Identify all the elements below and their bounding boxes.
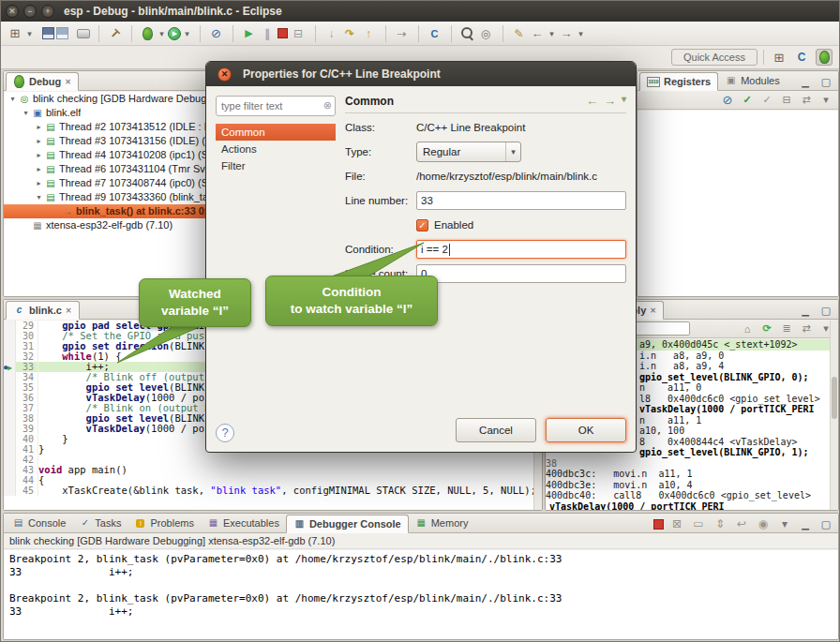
disassembly-row[interactable]: 400dbc3e: movi.n a10, 4 (546, 480, 838, 491)
cancel-button[interactable]: Cancel (456, 418, 536, 442)
disassembly-row[interactable]: 400dbc3c: movi.n a11, 1 (546, 469, 838, 480)
tree-expander-icon[interactable]: ▾ (34, 190, 44, 204)
resume-icon[interactable] (232, 25, 257, 42)
dialog-nav-item[interactable]: Actions (216, 141, 336, 157)
skip-all-breakpoints-icon[interactable] (200, 25, 224, 42)
breakpoint-marker-icon[interactable] (4, 331, 16, 341)
help-button[interactable]: ? (216, 424, 234, 442)
tab-blink-c[interactable]: blink.c (6, 301, 80, 320)
breakpoint-marker-icon[interactable] (4, 413, 16, 424)
back-icon[interactable]: ← (586, 94, 598, 108)
tab-debug[interactable]: Debug (6, 72, 79, 91)
disassembly-row[interactable]: 400dbc40: call8 0x400dc6c0 <gpio_set_lev… (546, 490, 838, 501)
minimize-view-icon[interactable] (797, 73, 814, 90)
goto-pc-icon[interactable] (740, 321, 755, 336)
run-icon[interactable] (168, 27, 181, 40)
build-all-icon[interactable] (98, 25, 123, 42)
maximize-view-icon[interactable] (818, 73, 834, 90)
dialog-nav-item[interactable]: Common (216, 124, 336, 141)
code-line[interactable]: 43 void app_main() (4, 465, 542, 475)
clear-filter-icon[interactable]: ⊗ (323, 99, 332, 112)
tab-console[interactable]: Console (6, 514, 72, 532)
run-menu-icon[interactable] (183, 25, 191, 42)
ignore-count-input[interactable] (416, 264, 626, 283)
window-maximize-button[interactable]: + (41, 5, 54, 18)
back-menu-icon[interactable] (548, 25, 556, 42)
tree-expander-icon[interactable]: ▸ (34, 176, 44, 190)
dialog-nav-item[interactable]: Filter (216, 157, 336, 174)
step-return-icon[interactable] (360, 25, 377, 42)
breakpoint-marker-icon[interactable] (4, 475, 16, 485)
new-wizard-menu-icon[interactable] (25, 25, 34, 42)
quick-access-button[interactable]: Quick Access (671, 49, 758, 66)
tab-executables[interactable]: Executables (201, 514, 286, 532)
close-icon[interactable] (66, 301, 72, 320)
breakpoint-marker-icon[interactable] (4, 341, 16, 351)
tab-problems[interactable]: Problems (128, 514, 200, 532)
breakpoint-marker-icon[interactable] (4, 362, 16, 372)
type-dropdown[interactable]: Regular ▾ (416, 142, 521, 162)
show-source-icon[interactable] (779, 321, 794, 336)
debug-icon[interactable] (131, 25, 156, 42)
forward-icon[interactable]: → (604, 94, 616, 108)
tree-expander-icon[interactable]: ▾ (21, 106, 31, 120)
disassembly-row[interactable]: 38 (546, 458, 838, 470)
condition-input[interactable]: i == 2 (416, 240, 626, 259)
line-number-input[interactable] (416, 191, 626, 210)
pin-console-icon[interactable] (755, 515, 772, 532)
save-all-icon[interactable] (56, 27, 68, 39)
suspend-icon[interactable] (259, 25, 276, 42)
code-line[interactable]: 45 xTaskCreate(&blink_task, "blink_task"… (4, 485, 542, 496)
disassembly-scrollbar[interactable] (830, 321, 838, 510)
debug-perspective-icon[interactable] (816, 49, 832, 66)
tree-expander-icon[interactable]: ▸ (34, 162, 44, 176)
tree-expander-icon[interactable]: ▸ (34, 148, 44, 162)
instruction-stepping-icon[interactable] (385, 25, 410, 42)
console-output[interactable]: Breakpoint 2, blink_task (pvParameter=0x… (4, 550, 838, 639)
breakpoint-marker-icon[interactable] (4, 403, 16, 413)
minimize-view-icon[interactable] (797, 302, 814, 319)
print-icon[interactable] (77, 29, 90, 38)
word-wrap-icon[interactable] (733, 515, 750, 532)
disassembly-row[interactable]: vTaskDelay(1000 / portTICK_PERI (546, 501, 838, 511)
maximize-view-icon[interactable] (818, 515, 834, 532)
breakpoint-marker-icon[interactable] (4, 444, 16, 455)
open-perspective-icon[interactable] (771, 49, 788, 66)
breakpoint-marker-icon[interactable] (4, 424, 16, 434)
view-menu-icon[interactable] (776, 515, 793, 532)
disable-selected-icon[interactable] (759, 93, 774, 108)
step-over-icon[interactable] (341, 25, 358, 42)
scroll-lock-icon[interactable] (712, 515, 728, 532)
tab-modules[interactable]: Modules (718, 71, 787, 90)
tab-memory[interactable]: Memory (409, 514, 475, 532)
tab-debugger-console[interactable]: Debugger Console (286, 515, 409, 533)
ok-button[interactable]: OK (546, 418, 626, 442)
close-icon[interactable] (650, 301, 656, 320)
breakpoint-marker-icon[interactable] (4, 434, 16, 444)
refresh-view-icon[interactable] (759, 321, 774, 336)
enabled-checkbox[interactable]: ✓ (416, 219, 428, 231)
sync-selection-icon[interactable] (799, 321, 814, 336)
new-c-file-icon[interactable] (418, 25, 442, 42)
maximize-view-icon[interactable] (818, 302, 834, 319)
window-minimize-button[interactable]: − (23, 5, 37, 18)
breakpoint-marker-icon[interactable] (4, 455, 16, 465)
terminate-icon[interactable] (278, 28, 288, 38)
skip-all-breakpoints-icon[interactable] (720, 93, 735, 108)
minimize-view-icon[interactable] (797, 515, 814, 532)
step-into-icon[interactable] (315, 25, 339, 42)
tree-expander-icon[interactable]: ▸ (34, 120, 44, 134)
tab-registers[interactable]: Registers (639, 72, 718, 91)
terminate-console-icon[interactable] (653, 519, 664, 530)
debug-menu-icon[interactable] (158, 25, 166, 42)
window-close-button[interactable]: ✕ (6, 5, 19, 18)
search-icon[interactable] (451, 25, 475, 42)
back-icon[interactable] (529, 25, 546, 42)
code-line[interactable]: 42 (4, 455, 542, 465)
remove-launch-icon[interactable] (668, 515, 685, 532)
breakpoint-marker-icon[interactable] (4, 465, 16, 475)
tree-expander-icon[interactable]: ▾ (8, 92, 18, 106)
breakpoint-marker-icon[interactable] (4, 351, 16, 362)
new-wizard-icon[interactable] (7, 25, 23, 42)
close-icon[interactable] (65, 72, 71, 91)
